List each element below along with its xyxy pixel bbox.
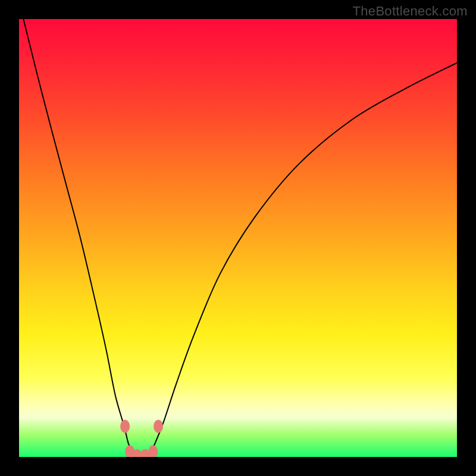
- plot-area: [19, 19, 457, 457]
- curve-marker: [120, 419, 130, 433]
- curve-marker: [154, 419, 163, 433]
- chart-svg: [19, 19, 457, 457]
- watermark-text: TheBottleneck.com: [353, 4, 468, 19]
- bottleneck-curve: [23, 19, 457, 457]
- chart-frame: TheBottleneck.com: [0, 0, 476, 476]
- curve-marker: [148, 445, 158, 457]
